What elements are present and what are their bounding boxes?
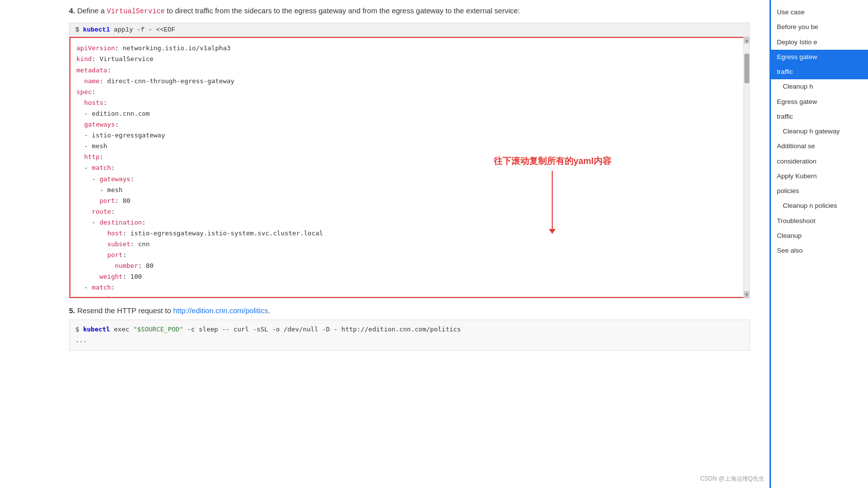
scrollbar-thumb[interactable] [744,54,749,83]
sidebar-item-cleanup[interactable]: Cleanup [771,228,868,243]
sidebar-item-egress-gateway[interactable]: Egress gatew [771,50,868,65]
step5-number: 5. [69,306,75,315]
scroll-up-arrow[interactable]: ▲ [744,37,749,44]
sidebar-item-considerations[interactable]: consideration [771,154,868,169]
step4-text-after: to direct traffic from the sidecars to t… [167,6,520,15]
yaml-content-area: apiVersion: networking.istio.io/v1alpha3… [69,37,749,298]
yaml-box[interactable]: apiVersion: networking.istio.io/v1alpha3… [69,37,749,298]
step4-number: 4. [69,6,75,15]
step4-text-before: Define a [77,6,105,15]
sidebar-item-before-you-begin[interactable]: Before you be [771,20,868,34]
sidebar-item-cleanup-n-policies[interactable]: Cleanup n policies [771,198,868,213]
code-block-5: $ kubectl exec "$SOURCE_POD" -c sleep --… [69,320,750,350]
right-sidebar: Use case Before you be Deploy Istio e Eg… [769,0,868,488]
arrow-line [552,171,553,230]
step5-link[interactable]: http://edition.cnn.com/politics [173,306,268,315]
sidebar-item-troubleshooting[interactable]: Troubleshoot [771,214,868,228]
sidebar-item-cleanup-h[interactable]: Cleanup h [771,79,868,94]
sidebar-item-traffic[interactable]: traffic [771,65,868,79]
sidebar-item-deploy-istio[interactable]: Deploy Istio e [771,35,868,50]
kubectl-rest: apply -f - <<EOF [110,26,175,33]
step4-inline-code: VirtualService [107,7,165,15]
main-content: 4. Define a VirtualService to direct tra… [0,0,769,488]
code-block-4: $ kubectl apply -f - <<EOF apiVersion: n… [69,23,750,298]
sidebar-item-see-also[interactable]: See also [771,243,868,258]
sidebar-item-cleanup-h-gateway[interactable]: Cleanup h gateway [771,124,868,139]
kubectl-keyword: kubectl [83,26,110,33]
sidebar-item-egress-gateway-2[interactable]: Egress gatew [771,95,868,109]
sidebar-item-use-case[interactable]: Use case [771,5,868,20]
step4-header: 4. Define a VirtualService to direct tra… [69,5,750,17]
scrollbar[interactable]: ▲ ▼ [743,37,749,298]
kubectl-header: $ kubectl apply -f - <<EOF [69,23,749,37]
annotation-text: 往下滚动复制所有的yaml内容 [494,155,611,167]
step5-header: 5. Resend the HTTP request to http://edi… [69,306,750,315]
step5-period: . [268,306,270,315]
yaml-text: apiVersion: networking.istio.io/v1alpha3… [76,43,742,298]
dollar-sign: $ [75,26,83,33]
sidebar-item-apply-kubernetes[interactable]: Apply Kubern [771,169,868,184]
scroll-down-arrow[interactable]: ▼ [744,291,749,298]
footer-credit: CSDN @上海运维Q先生 [700,475,765,483]
sidebar-item-policies[interactable]: policies [771,184,868,198]
sidebar-item-additional[interactable]: Additional se [771,139,868,154]
annotation-area: 往下滚动复制所有的yaml内容 [494,155,611,230]
step5-cmd: $ kubectl exec "$SOURCE_POD" -c sleep --… [75,324,743,346]
step5-text-before: Resend the HTTP request to [77,306,171,315]
sidebar-item-traffic-2[interactable]: traffic [771,109,868,124]
